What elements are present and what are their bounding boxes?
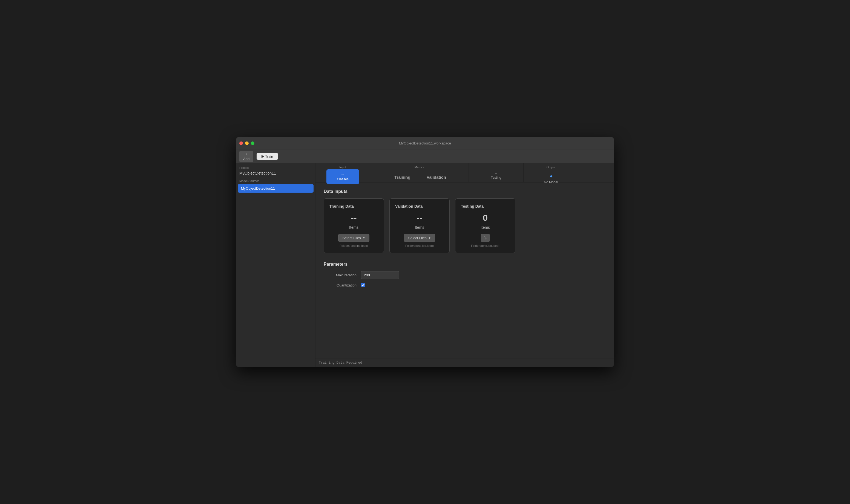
- training-data-card: Training Data -- Items Select Files ▼ Fo…: [324, 198, 384, 253]
- status-message: Training Data Required: [319, 361, 362, 365]
- sidebar-item-myobjectdetection[interactable]: MyObjectDetection11: [238, 184, 314, 193]
- training-card-items: Items: [349, 225, 359, 230]
- output-section-header: Output: [524, 163, 578, 169]
- tab-testing-value: --: [495, 170, 498, 175]
- input-section-header: Input: [315, 163, 370, 169]
- testing-section-header: [469, 163, 523, 166]
- main-layout: Project MyObjectDetection11 Model Source…: [236, 163, 614, 367]
- output-section: Output ⬥ No Model: [524, 163, 578, 182]
- training-card-title: Training Data: [329, 204, 354, 209]
- parameters-title: Parameters: [324, 262, 606, 267]
- maximize-button[interactable]: [251, 142, 255, 145]
- testing-section: -- Testing: [469, 163, 524, 182]
- add-label: Add: [243, 157, 249, 161]
- minimize-button[interactable]: [245, 142, 249, 145]
- validation-data-card: Validation Data -- Items Select Files ▼ …: [389, 198, 450, 253]
- parameters-section: Parameters Max Iteration Quantization: [324, 262, 606, 287]
- tab-testing-label: Testing: [491, 176, 501, 180]
- train-button[interactable]: Train: [257, 153, 278, 160]
- tab-bar: Input -- Classes Metrics: [315, 163, 614, 182]
- metrics-tabs-row: Training Validation: [370, 169, 469, 182]
- testing-select-files-button[interactable]: ⇅: [481, 234, 490, 242]
- validation-select-files-label: Select Files: [408, 236, 427, 240]
- max-iteration-label: Max Iteration: [324, 273, 357, 277]
- validation-card-items: Items: [415, 225, 424, 230]
- validation-folder-hint: Folders(png,jpg,jpeg): [405, 244, 434, 247]
- project-section-label: Project: [236, 163, 315, 170]
- main-window: MyObjectDetection11.workspace + Add Trai…: [236, 137, 614, 367]
- model-icon: ⬥: [549, 172, 553, 179]
- testing-folder-hint: Folders(png,jpg,jpeg): [471, 244, 500, 247]
- tab-training[interactable]: Training: [386, 172, 419, 182]
- tab-training-label: Training: [394, 175, 410, 180]
- training-card-value: --: [351, 213, 357, 223]
- validation-card-value: --: [417, 213, 422, 223]
- data-inputs-grid: Training Data -- Items Select Files ▼ Fo…: [324, 198, 606, 253]
- testing-card-title: Testing Data: [461, 204, 484, 209]
- testing-card-value: 0: [483, 213, 488, 223]
- window-title: MyObjectDetection11.workspace: [399, 141, 451, 145]
- testing-tabs-row: -- Testing: [469, 166, 523, 182]
- validation-select-files-button[interactable]: Select Files ▼: [404, 234, 435, 242]
- input-section: Input -- Classes: [315, 163, 370, 182]
- updown-icon: ⇅: [484, 236, 487, 240]
- play-icon: [261, 155, 264, 158]
- validation-card-title: Validation Data: [395, 204, 422, 209]
- tab-classes-label: Classes: [337, 177, 349, 181]
- training-select-files-button[interactable]: Select Files ▼: [338, 234, 369, 242]
- testing-card-items: Items: [481, 225, 490, 230]
- training-folder-hint: Folders(png,jpg,jpeg): [340, 244, 368, 247]
- data-inputs-title: Data Inputs: [324, 189, 606, 194]
- chevron-down-icon-2: ▼: [428, 236, 431, 239]
- sidebar: Project MyObjectDetection11 Model Source…: [236, 163, 315, 367]
- traffic-lights: [239, 142, 255, 145]
- quantization-row: Quantization: [324, 283, 606, 287]
- train-label: Train: [265, 154, 273, 158]
- titlebar: MyObjectDetection11.workspace: [236, 137, 614, 149]
- add-icon: +: [245, 152, 247, 156]
- add-button[interactable]: + Add: [239, 151, 253, 162]
- quantization-checkbox[interactable]: [361, 283, 365, 287]
- content-area: Input -- Classes Metrics: [315, 163, 614, 367]
- metrics-section: Metrics Training Validation: [370, 163, 469, 182]
- toolbar: + Add Train: [236, 149, 614, 163]
- chevron-down-icon: ▼: [363, 236, 365, 239]
- max-iteration-input[interactable]: [361, 271, 399, 279]
- testing-data-card: Testing Data 0 Items ⇅ Folders(png,jpg,j…: [455, 198, 515, 253]
- close-button[interactable]: [239, 142, 243, 145]
- metrics-section-header: Metrics: [370, 163, 469, 169]
- sidebar-item-label: MyObjectDetection11: [241, 186, 275, 191]
- quantization-label: Quantization: [324, 283, 357, 287]
- tab-classes-value: --: [342, 172, 344, 177]
- input-tabs-row: -- Classes: [315, 169, 370, 184]
- scroll-content: Data Inputs Training Data -- Items Selec…: [315, 182, 614, 358]
- tab-testing[interactable]: -- Testing: [480, 168, 513, 182]
- tab-validation-label: Validation: [427, 175, 446, 180]
- max-iteration-row: Max Iteration: [324, 271, 606, 279]
- project-name: MyObjectDetection11: [236, 170, 315, 178]
- tab-bar-inner: Input -- Classes Metrics: [315, 163, 614, 182]
- tab-classes[interactable]: -- Classes: [326, 169, 359, 184]
- model-sources-label: Model Sources: [236, 178, 315, 184]
- statusbar: Training Data Required: [315, 358, 614, 367]
- tab-validation[interactable]: Validation: [420, 172, 453, 182]
- training-select-files-label: Select Files: [342, 236, 361, 240]
